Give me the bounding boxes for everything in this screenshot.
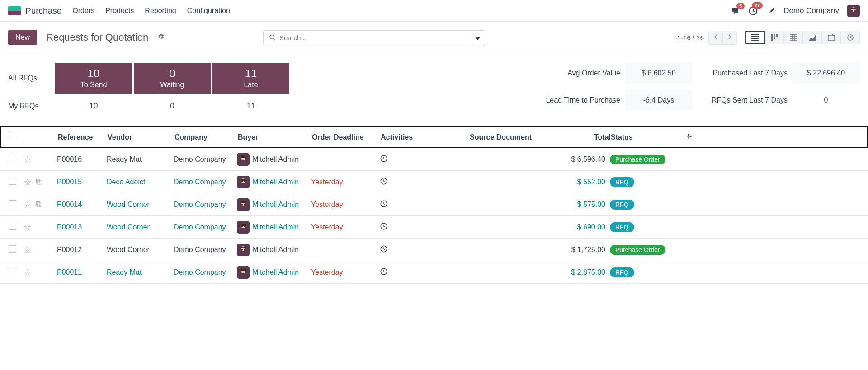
search-input[interactable] xyxy=(279,34,465,42)
pager-next[interactable] xyxy=(722,31,737,45)
cell-buyer[interactable]: Mitchell Admin xyxy=(237,266,311,279)
cell-company[interactable]: Demo Company xyxy=(174,201,226,208)
cell-activity[interactable] xyxy=(380,155,440,164)
user-avatar[interactable] xyxy=(847,5,860,17)
col-vendor[interactable]: Vendor xyxy=(108,133,175,141)
row-checkbox[interactable] xyxy=(9,245,16,253)
cell-activity[interactable] xyxy=(380,200,440,210)
copy-button[interactable] xyxy=(35,201,42,209)
menu-orders[interactable]: Orders xyxy=(72,7,94,15)
app-title[interactable]: Purchase xyxy=(25,6,61,16)
list-view-icon xyxy=(751,34,759,41)
cell-vendor[interactable]: Ready Mat xyxy=(107,268,142,276)
col-buyer[interactable]: Buyer xyxy=(238,133,312,141)
card-to-send[interactable]: 10 To Send xyxy=(55,63,132,94)
purch7-val[interactable]: $ 22,696.40 xyxy=(792,63,860,84)
view-graph[interactable] xyxy=(803,31,822,44)
cell-activity[interactable] xyxy=(380,222,440,232)
star-icon[interactable]: ☆ xyxy=(24,177,32,187)
table-row[interactable]: ☆ P00013 Wood Corner Demo Company Mitche… xyxy=(0,216,868,239)
table-row[interactable]: ☆ P00015 Deco Addict Demo Company Mitche… xyxy=(0,171,868,193)
cell-reference[interactable]: P00011 xyxy=(57,268,82,276)
col-total[interactable]: Total xyxy=(532,133,611,141)
menu-reporting[interactable]: Reporting xyxy=(145,7,176,15)
cell-activity[interactable] xyxy=(380,245,440,255)
cell-vendor[interactable]: Ready Mat xyxy=(107,155,142,163)
row-checkbox[interactable] xyxy=(9,155,16,162)
row-checkbox[interactable] xyxy=(9,223,16,230)
star-icon[interactable]: ☆ xyxy=(24,222,32,233)
activities-icon[interactable]: 27 xyxy=(748,6,758,16)
cell-vendor[interactable]: Wood Corner xyxy=(107,201,150,208)
search-dropdown-toggle[interactable] xyxy=(471,30,485,45)
star-icon[interactable]: ☆ xyxy=(24,199,32,210)
table-row[interactable]: ☆ P00016 Ready Mat Demo Company Mitchell… xyxy=(0,148,868,171)
view-activity[interactable] xyxy=(841,31,860,44)
cell-company[interactable]: Demo Company xyxy=(174,246,226,253)
col-status[interactable]: Status xyxy=(611,133,670,141)
cell-buyer[interactable]: Mitchell Admin xyxy=(237,221,311,234)
my-waiting[interactable]: 0 xyxy=(134,97,211,115)
row-checkbox[interactable] xyxy=(9,200,16,207)
my-rfqs-label[interactable]: My RFQs xyxy=(8,98,53,114)
cell-buyer[interactable]: Mitchell Admin xyxy=(237,244,311,256)
view-kanban[interactable] xyxy=(765,31,784,44)
cell-buyer[interactable]: Mitchell Admin xyxy=(237,153,311,166)
cell-activity[interactable] xyxy=(380,177,440,187)
menu-products[interactable]: Products xyxy=(105,7,134,15)
cell-buyer[interactable]: Mitchell Admin xyxy=(237,176,311,188)
sent7-val[interactable]: 0 xyxy=(792,90,860,111)
col-activities[interactable]: Activities xyxy=(381,133,441,141)
table-row[interactable]: ☆ P00012 Wood Corner Demo Company Mitche… xyxy=(0,239,868,261)
my-late[interactable]: 11 xyxy=(212,97,289,115)
app-logo[interactable] xyxy=(8,6,21,15)
pager-text[interactable]: 1-16 / 16 xyxy=(677,34,704,42)
view-list[interactable] xyxy=(745,31,765,44)
card-late[interactable]: 11 Late xyxy=(212,63,289,94)
select-all-checkbox[interactable] xyxy=(10,133,17,140)
copy-button[interactable] xyxy=(35,178,42,186)
cell-vendor[interactable]: Deco Addict xyxy=(107,178,145,186)
star-icon[interactable]: ☆ xyxy=(24,267,32,278)
all-rfqs-label[interactable]: All RFQs xyxy=(8,70,53,86)
lead-val[interactable]: -6.4 Days xyxy=(625,90,693,111)
cell-vendor[interactable]: Wood Corner xyxy=(107,223,150,231)
cell-company[interactable]: Demo Company xyxy=(174,223,226,231)
col-settings[interactable] xyxy=(670,133,698,141)
pager-prev[interactable] xyxy=(708,31,722,45)
cell-company[interactable]: Demo Company xyxy=(174,268,226,276)
col-deadline[interactable]: Order Deadline xyxy=(312,133,381,141)
col-company[interactable]: Company xyxy=(175,133,238,141)
col-source[interactable]: Source Document xyxy=(441,133,532,141)
search-box[interactable] xyxy=(263,30,471,45)
cell-reference[interactable]: P00012 xyxy=(57,246,82,253)
cell-company[interactable]: Demo Company xyxy=(174,178,226,186)
table-row[interactable]: ☆ P00011 Ready Mat Demo Company Mitchell… xyxy=(0,261,868,284)
gear-icon[interactable] xyxy=(157,33,164,42)
cell-reference[interactable]: P00015 xyxy=(57,178,82,186)
tools-icon[interactable] xyxy=(766,6,775,15)
view-calendar[interactable] xyxy=(822,31,841,44)
star-icon[interactable]: ☆ xyxy=(24,244,32,255)
company-name[interactable]: Demo Company xyxy=(783,6,839,15)
cell-vendor[interactable]: Wood Corner xyxy=(107,246,150,253)
table-row[interactable]: ☆ P00014 Wood Corner Demo Company Mitche… xyxy=(0,193,868,216)
star-icon[interactable]: ☆ xyxy=(24,154,32,165)
buyer-name: Mitchell Admin xyxy=(252,155,299,164)
menu-configuration[interactable]: Configuration xyxy=(187,7,230,15)
new-button[interactable]: New xyxy=(8,30,37,45)
cell-reference[interactable]: P00014 xyxy=(57,201,82,208)
cell-activity[interactable] xyxy=(380,267,440,277)
cell-reference[interactable]: P00013 xyxy=(57,223,82,231)
col-reference[interactable]: Reference xyxy=(58,133,108,141)
cell-company[interactable]: Demo Company xyxy=(174,155,226,163)
cell-buyer[interactable]: Mitchell Admin xyxy=(237,198,311,211)
row-checkbox[interactable] xyxy=(9,268,16,275)
row-checkbox[interactable] xyxy=(9,178,16,185)
cell-reference[interactable]: P00016 xyxy=(57,155,82,163)
view-pivot[interactable] xyxy=(784,31,803,44)
avg-order-val[interactable]: $ 6,602.50 xyxy=(625,63,693,84)
card-waiting[interactable]: 0 Waiting xyxy=(134,63,211,94)
my-to-send[interactable]: 10 xyxy=(55,97,132,115)
messages-icon[interactable]: 5 xyxy=(730,6,740,15)
